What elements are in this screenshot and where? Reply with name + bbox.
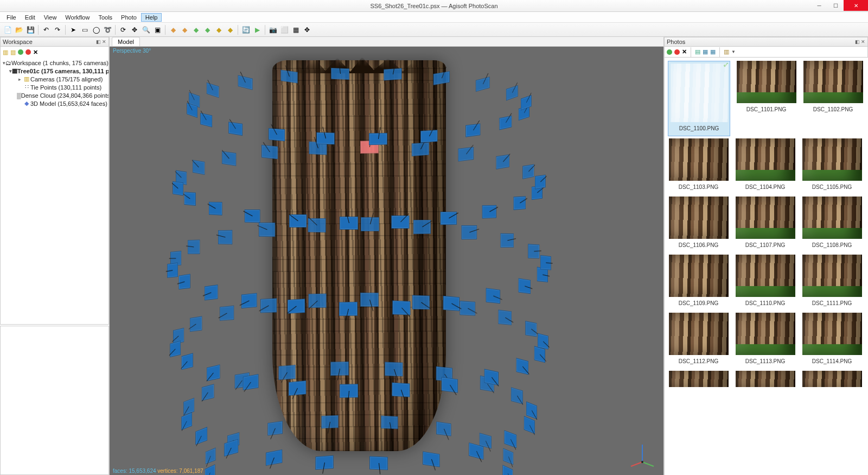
menu-workflow[interactable]: Workflow (61, 13, 94, 22)
camera-marker[interactable] (538, 333, 548, 349)
camera-marker[interactable] (526, 402, 537, 419)
camera-marker[interactable] (190, 316, 202, 332)
camera-marker[interactable] (330, 361, 349, 375)
view-mode-icon[interactable]: ▥ (724, 48, 729, 55)
tree-3dmodel[interactable]: ◆ 3D Model (15,653,624 faces) (1, 99, 108, 107)
camera-marker[interactable] (482, 205, 496, 219)
photo-thumbnail[interactable]: ✔DSC_1107.PNG (735, 197, 796, 252)
toolbar-open-icon[interactable]: 📂 (14, 24, 24, 35)
panel-close-icon[interactable]: ✕ (861, 39, 865, 45)
toolbar-new-icon[interactable]: 📄 (2, 24, 13, 35)
photo-thumbnail[interactable]: ✔DSC_1103.PNG (668, 138, 729, 194)
camera-marker[interactable] (440, 212, 456, 225)
enable-icon[interactable] (18, 49, 23, 55)
camera-marker[interactable] (514, 196, 526, 210)
menu-tools[interactable]: Tools (94, 13, 117, 22)
camera-marker[interactable] (433, 71, 450, 85)
menu-file[interactable]: File (2, 13, 21, 22)
camera-marker[interactable] (521, 95, 532, 110)
toolbar-feat2-icon[interactable]: ◆ (179, 24, 190, 35)
disable-photo-icon[interactable] (674, 49, 680, 55)
window-close-button[interactable]: ✕ (844, 0, 868, 11)
toolbar-play-icon[interactable]: ▶ (252, 24, 263, 35)
camera-marker[interactable] (458, 147, 474, 162)
toolbar-redo-icon[interactable]: ↷ (52, 24, 63, 35)
axis-gizmo[interactable] (629, 440, 656, 467)
camera-marker[interactable] (360, 293, 379, 307)
camera-marker[interactable] (268, 421, 283, 436)
camera-marker[interactable] (369, 457, 388, 471)
camera-marker[interactable] (504, 430, 516, 448)
photos-grid[interactable]: ✔DSC_1100.PNG✔DSC_1101.PNG✔DSC_1102.PNG✔… (664, 58, 868, 475)
camera-marker[interactable] (245, 210, 260, 223)
camera-marker[interactable] (340, 384, 358, 398)
camera-marker[interactable] (222, 151, 236, 166)
toolbar-rot-icon[interactable]: ⟳ (118, 24, 129, 35)
camera-marker[interactable] (202, 384, 214, 401)
tree-chunk[interactable]: ▾▦ Tree01c (175 cameras, 130,111 points) (1, 67, 108, 75)
camera-marker[interactable] (486, 288, 500, 304)
toolbar-feat1-icon[interactable]: ◆ (168, 24, 178, 35)
3d-viewport[interactable]: Perspective 30° faces: 15,653,624 vertic… (110, 47, 663, 475)
camera-marker[interactable] (316, 455, 334, 470)
camera-marker[interactable] (241, 293, 257, 308)
tree-root[interactable]: ▾🗂 Workspace (1 chunks, 175 cameras) (1, 59, 108, 67)
camera-marker[interactable] (392, 382, 410, 397)
photo-thumbnail[interactable]: ✔DSC_1112.PNG (668, 313, 729, 369)
toolbar-move-icon[interactable]: ✥ (302, 24, 312, 35)
photo-thumbnail[interactable]: ✔DSC_1108.PNG (801, 197, 863, 252)
photo-thumbnail[interactable]: ✔ (801, 371, 863, 387)
add-chunk-icon[interactable]: ▥ (3, 49, 8, 56)
tree-tiepoints[interactable]: ∷ Tie Points (130,111 points) (1, 83, 108, 91)
thumb-large-icon[interactable]: ▦ (710, 48, 716, 55)
photo-thumbnail[interactable]: ✔DSC_1109.PNG (668, 255, 729, 311)
camera-marker[interactable] (289, 381, 306, 396)
camera-marker[interactable] (260, 298, 277, 313)
photo-thumbnail[interactable]: ✔DSC_1110.PNG (735, 255, 796, 311)
camera-marker[interactable] (259, 223, 275, 237)
toolbar-grid-icon[interactable]: ▦ (290, 24, 301, 35)
camera-marker[interactable] (218, 230, 232, 244)
camera-marker[interactable] (170, 341, 181, 358)
camera-marker[interactable] (540, 255, 551, 270)
toolbar-refresh-icon[interactable]: 🔄 (240, 24, 251, 35)
camera-marker[interactable] (200, 113, 212, 128)
camera-marker[interactable] (461, 225, 477, 239)
camera-marker[interactable] (476, 77, 490, 92)
camera-marker[interactable] (228, 122, 242, 135)
toolbar-zoom-icon[interactable]: 🔍 (141, 24, 151, 35)
camera-marker[interactable] (220, 306, 234, 321)
camera-marker[interactable] (317, 132, 335, 144)
camera-marker[interactable] (522, 164, 534, 179)
camera-marker[interactable] (238, 75, 253, 90)
toolbar-feat4-icon[interactable]: ◆ (202, 24, 213, 35)
camera-marker[interactable] (423, 452, 440, 467)
camera-marker[interactable] (499, 309, 512, 325)
camera-marker[interactable] (188, 239, 200, 254)
camera-marker[interactable] (168, 262, 178, 277)
camera-marker[interactable] (516, 358, 528, 375)
toolbar-feat5-icon[interactable]: ◆ (213, 24, 224, 35)
camera-marker[interactable] (392, 301, 410, 315)
panel-float-icon[interactable]: ◧ (855, 39, 860, 45)
camera-marker[interactable] (340, 217, 358, 230)
camera-marker[interactable] (261, 145, 278, 160)
details-view-icon[interactable]: ▤ (695, 48, 700, 55)
camera-marker[interactable] (193, 160, 205, 175)
workspace-tree[interactable]: ▾🗂 Workspace (1 chunks, 175 cameras) ▾▦ … (0, 58, 109, 325)
toolbar-nav-icon[interactable]: ➤ (68, 24, 79, 35)
camera-marker[interactable] (436, 421, 451, 436)
photo-thumbnail[interactable]: ✔DSC_1114.PNG (801, 313, 863, 369)
camera-marker[interactable] (243, 374, 259, 390)
camera-marker[interactable] (442, 377, 458, 392)
camera-marker[interactable] (496, 155, 510, 170)
camera-marker[interactable] (484, 369, 498, 385)
menu-edit[interactable]: Edit (21, 13, 40, 22)
camera-marker[interactable] (207, 365, 220, 382)
camera-marker[interactable] (501, 233, 514, 248)
window-minimize-button[interactable]: ─ (811, 0, 827, 11)
camera-marker[interactable] (278, 365, 295, 380)
camera-marker[interactable] (503, 448, 513, 464)
remove-icon[interactable]: ✕ (33, 49, 38, 56)
photo-thumbnail[interactable]: ✔DSC_1100.PNG (668, 61, 730, 136)
